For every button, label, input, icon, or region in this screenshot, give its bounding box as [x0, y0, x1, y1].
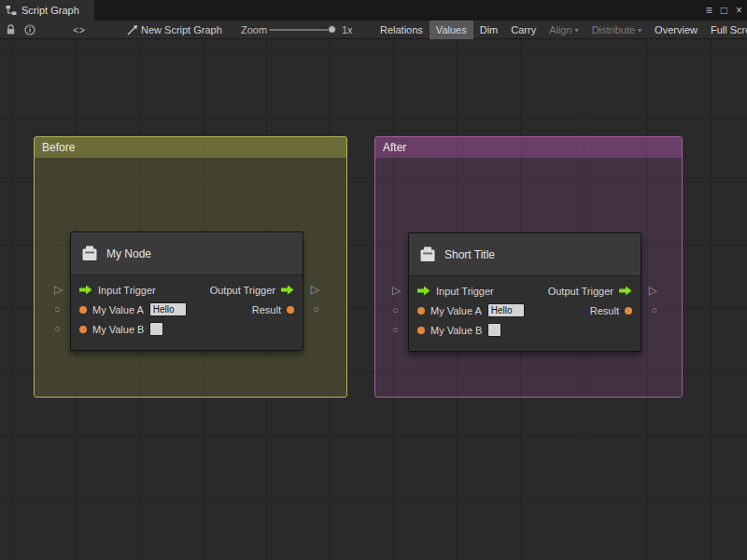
group-before-header[interactable]: Before [35, 137, 346, 158]
graph-canvas[interactable]: Before After My Node [0, 39, 747, 560]
value-a-field[interactable] [487, 303, 525, 317]
node-header[interactable]: Short Title [409, 233, 641, 276]
result-label: Result [590, 305, 619, 316]
flow-output-port[interactable]: ▷ [649, 285, 657, 296]
value-a-label: My Value A [430, 305, 482, 316]
toolbar: <> New Script Graph Zoom 1x Relations Va… [0, 21, 747, 39]
value-b-label: My Value B [92, 324, 144, 335]
group-after-header[interactable]: After [375, 137, 682, 158]
graph-icon [6, 5, 17, 16]
zoom-slider-knob[interactable] [328, 25, 336, 34]
flow-output-icon[interactable] [619, 286, 632, 296]
relations-button[interactable]: Relations [374, 21, 430, 39]
maximize-icon[interactable]: □ [721, 5, 727, 16]
value-a-label: My Value A [92, 304, 144, 315]
carry-button[interactable]: Carry [504, 21, 543, 39]
graph-name-label: New Script Graph [141, 21, 222, 39]
unit-icon [81, 245, 98, 261]
flow-output-port[interactable]: ▷ [311, 284, 319, 295]
value-input-port-b[interactable]: ○ [54, 324, 61, 334]
fullscreen-button[interactable]: Full Screen [704, 21, 747, 39]
flow-input-icon[interactable] [417, 286, 430, 296]
lock-icon[interactable] [6, 21, 16, 39]
value-input-port-b[interactable]: ○ [392, 325, 399, 335]
result-label: Result [252, 304, 281, 315]
value-b-field[interactable] [487, 323, 501, 337]
result-output-icon[interactable] [625, 307, 632, 315]
node-row-value-a: My Value A Result [409, 301, 641, 320]
overview-button[interactable]: Overview [648, 21, 704, 39]
unit-icon [419, 246, 436, 262]
value-output-port[interactable]: ○ [651, 305, 657, 315]
tab-script-graph[interactable]: Script Graph [0, 0, 94, 21]
node-row-value-b: My Value B [409, 320, 641, 340]
output-trigger-label: Output Trigger [210, 285, 275, 296]
value-input-a-icon[interactable] [79, 306, 87, 314]
tab-bar: Script Graph ≡ □ × [0, 0, 747, 21]
chevron-down-icon: ▾ [575, 26, 579, 35]
script-graph-asset-icon [127, 21, 138, 39]
node-row-value-a: My Value A Result [71, 300, 303, 319]
node-row-value-b: My Value B [71, 319, 303, 339]
tab-title: Script Graph [21, 5, 79, 16]
value-input-b-icon[interactable] [79, 326, 87, 333]
result-output-icon[interactable] [287, 306, 294, 314]
flow-output-icon[interactable] [281, 285, 294, 295]
zoom-slider[interactable] [269, 21, 334, 39]
node-title: My Node [106, 247, 151, 260]
zoom-label: Zoom [241, 21, 267, 39]
values-button[interactable]: Values [430, 21, 473, 39]
value-input-b-icon[interactable] [417, 327, 425, 334]
close-icon[interactable]: × [736, 5, 742, 16]
value-input-port-a[interactable]: ○ [54, 304, 61, 315]
zoom-value: 1x [342, 21, 353, 39]
group-after-title: After [383, 141, 406, 154]
toolbar-buttons: Relations Values Dim Carry Align▾ Distri… [374, 21, 747, 39]
value-input-port-a[interactable]: ○ [392, 305, 399, 315]
input-trigger-label: Input Trigger [98, 285, 156, 296]
flow-input-port[interactable]: ▷ [54, 284, 63, 295]
info-icon[interactable] [24, 21, 35, 39]
distribute-button[interactable]: Distribute▾ [585, 21, 648, 39]
node-header[interactable]: My Node [71, 232, 303, 275]
node-body: Input Trigger Output Trigger My Value A [409, 276, 641, 351]
flow-input-icon[interactable] [79, 285, 92, 295]
align-button[interactable]: Align▾ [543, 21, 585, 39]
zoom-slider-track[interactable] [269, 29, 334, 31]
chevron-down-icon: ▾ [638, 26, 641, 35]
dim-button[interactable]: Dim [473, 21, 505, 39]
script-graph-window: Script Graph ≡ □ × <> [0, 0, 747, 560]
value-b-field[interactable] [149, 322, 163, 336]
value-input-a-icon[interactable] [417, 307, 425, 315]
value-b-label: My Value B [430, 325, 482, 336]
value-output-port[interactable]: ○ [313, 304, 319, 315]
code-icon[interactable]: <> [65, 21, 93, 39]
input-trigger-label: Input Trigger [436, 286, 494, 297]
value-a-field[interactable] [149, 302, 187, 316]
output-trigger-label: Output Trigger [548, 286, 613, 297]
node-body: Input Trigger Output Trigger My Value A [71, 275, 303, 350]
node-title: Short Title [444, 248, 495, 261]
node-row-trigger: Input Trigger Output Trigger [71, 280, 303, 300]
window-menu-icon[interactable]: ≡ [706, 5, 712, 16]
node-my-node[interactable]: My Node Input Trigger Output Trigger [70, 231, 303, 351]
group-before-title: Before [42, 141, 75, 154]
flow-input-port[interactable]: ▷ [392, 285, 401, 296]
node-short-title[interactable]: Short Title Input Trigger Output Trigger [408, 232, 641, 352]
window-controls: ≡ □ × [706, 0, 742, 21]
node-row-trigger: Input Trigger Output Trigger [409, 281, 641, 301]
